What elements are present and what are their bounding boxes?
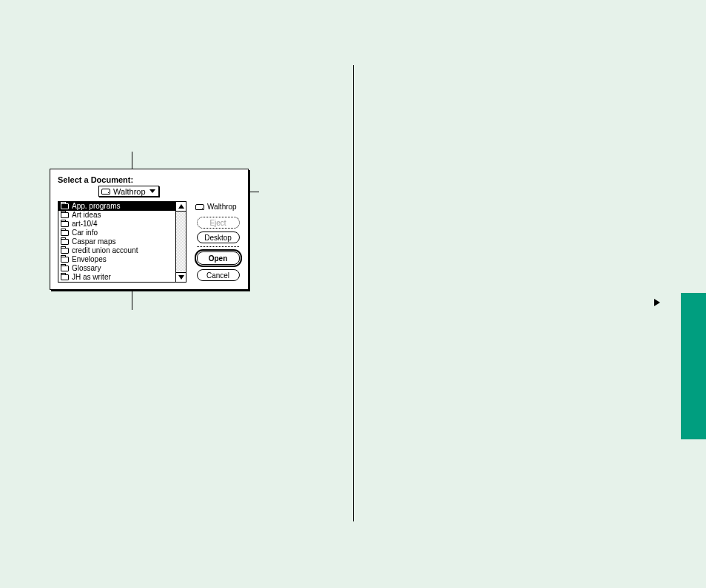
list-item[interactable]: credit union account	[58, 246, 175, 255]
desktop-button[interactable]: Desktop	[197, 232, 240, 243]
dialog-title: Select a Document:	[58, 175, 241, 184]
folder-icon	[61, 203, 69, 209]
folder-icon	[61, 266, 69, 271]
page-side-tab	[681, 293, 706, 439]
chevron-down-icon	[149, 189, 155, 193]
list-item-label: Caspar maps	[72, 238, 115, 246]
list-item-label: art-10/4	[72, 220, 97, 228]
button-group-separator	[197, 246, 239, 247]
folder-icon	[61, 221, 69, 227]
hard-disk-icon	[195, 204, 204, 210]
list-item[interactable]: art-10/4	[58, 220, 175, 229]
list-item[interactable]: JH as writer	[58, 273, 175, 282]
folder-icon	[61, 230, 69, 236]
list-scrollbar[interactable]	[176, 201, 186, 283]
list-item-label: Envelopes	[72, 256, 107, 263]
list-item-label: App. programs	[72, 203, 121, 210]
list-item-label: Car info	[72, 229, 98, 237]
list-item-label: JH as writer	[72, 274, 111, 281]
play-arrow-icon	[654, 299, 660, 306]
folder-icon	[61, 274, 69, 280]
list-item[interactable]: Caspar maps	[58, 237, 175, 246]
list-item[interactable]: Car info	[58, 229, 175, 237]
eject-button: Eject	[197, 217, 240, 229]
list-item[interactable]: Glossary	[58, 264, 175, 273]
folder-icon	[61, 248, 69, 254]
list-item[interactable]: Envelopes	[58, 255, 175, 264]
list-item-label: credit union account	[72, 247, 138, 254]
open-file-dialog: Select a Document: Walthrop App. program…	[50, 169, 249, 290]
folder-icon	[61, 257, 69, 263]
open-button[interactable]: Open	[197, 251, 240, 265]
directory-popup-label: Walthrop	[113, 187, 146, 196]
arrow-up-icon	[178, 204, 184, 209]
folder-icon	[61, 212, 69, 218]
arrow-down-icon	[178, 275, 184, 280]
volume-indicator: Walthrop	[195, 203, 241, 211]
directory-popup[interactable]: Walthrop	[98, 186, 159, 197]
cancel-button[interactable]: Cancel	[197, 269, 240, 281]
list-item[interactable]: Art ideas	[58, 211, 175, 220]
scroll-up-button[interactable]	[176, 202, 186, 212]
hard-disk-icon	[101, 189, 110, 195]
list-item[interactable]: App. programs	[58, 202, 175, 211]
volume-label: Walthrop	[207, 203, 237, 211]
file-list[interactable]: App. programsArt ideasart-10/4Car infoCa…	[58, 201, 176, 283]
list-item-label: Art ideas	[72, 212, 101, 219]
list-item-label: Glossary	[72, 265, 101, 272]
scroll-down-button[interactable]	[176, 272, 186, 282]
folder-icon	[61, 239, 69, 245]
page-column-divider	[353, 65, 354, 521]
